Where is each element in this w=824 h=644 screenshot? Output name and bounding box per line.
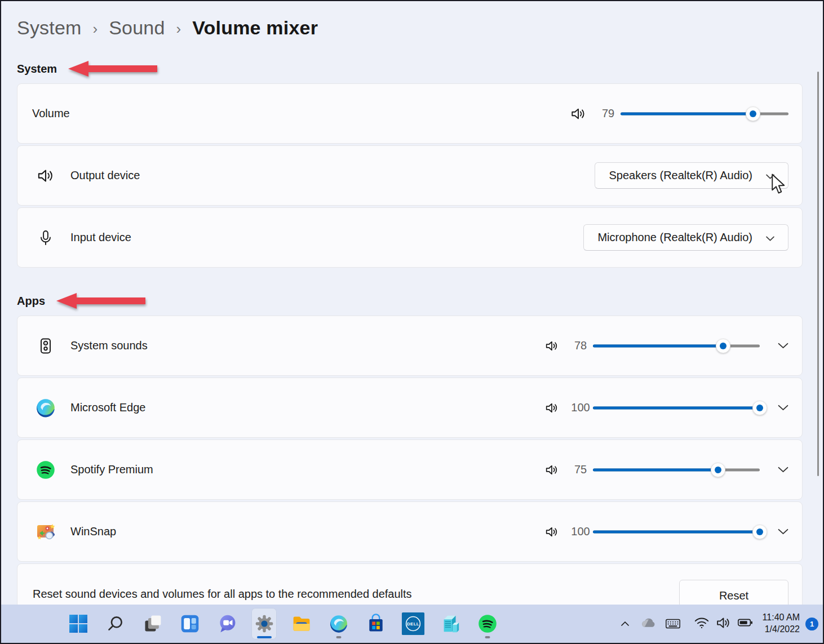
- reset-description: Reset sound devices and volumes for all …: [33, 588, 412, 601]
- output-device-card: Output device Speakers (Realtek(R) Audio…: [17, 145, 803, 206]
- touch-keyboard-icon[interactable]: [661, 611, 685, 636]
- app-name: WinSnap: [70, 525, 116, 538]
- volume-label: Volume: [32, 107, 70, 120]
- volume-card: Volume 79: [17, 83, 803, 144]
- system-sounds-icon: [36, 336, 56, 356]
- app-volume-value: 75: [568, 463, 593, 476]
- app-row-winsnap: WinSnap 100: [17, 501, 803, 562]
- microsoft-store-icon[interactable]: [363, 608, 388, 639]
- mouse-cursor: [771, 174, 786, 196]
- app-row-spotify: Spotify Premium 75: [17, 439, 803, 500]
- speaker-icon: [544, 525, 559, 539]
- speaker-icon: [570, 105, 587, 122]
- taskbar: DELL: [1, 605, 823, 643]
- server-app-icon[interactable]: [437, 608, 463, 639]
- breadcrumb-separator: ›: [93, 18, 98, 38]
- search-icon[interactable]: [103, 608, 128, 639]
- apps-section-header: Apps: [17, 291, 823, 310]
- settings-window: System › Sound › Volume mixer System Vol…: [0, 0, 824, 644]
- app-volume-slider[interactable]: [593, 523, 760, 540]
- svg-text:DELL: DELL: [407, 621, 419, 627]
- app-volume-value: 100: [568, 401, 593, 414]
- app-volume-slider[interactable]: [593, 337, 760, 354]
- breadcrumb-separator: ›: [176, 18, 181, 38]
- volume-value: 79: [596, 107, 621, 120]
- volume-icon[interactable]: [715, 615, 732, 633]
- output-device-dropdown[interactable]: Speakers (Realtek(R) Audio): [595, 162, 788, 189]
- slider-thumb[interactable]: [752, 525, 767, 539]
- battery-icon[interactable]: [737, 614, 754, 633]
- app-volume-slider[interactable]: [593, 461, 760, 478]
- taskbar-clock[interactable]: 11:40 AM 1/4/2022: [763, 612, 800, 636]
- slider-thumb[interactable]: [752, 401, 767, 415]
- app-row-system-sounds: System sounds 78: [17, 316, 803, 376]
- system-section-header: System: [17, 59, 823, 78]
- edge-icon: [36, 398, 56, 418]
- spotify-icon: [36, 460, 56, 480]
- clock-time: 11:40 AM: [763, 612, 800, 624]
- widgets-icon[interactable]: [177, 608, 202, 639]
- chevron-up-icon[interactable]: [614, 611, 636, 636]
- input-device-dropdown[interactable]: Microphone (Realtek(R) Audio): [583, 224, 788, 251]
- app-volume-slider[interactable]: [593, 399, 760, 416]
- expand-chevron-button[interactable]: [778, 467, 788, 473]
- input-device-label: Input device: [70, 231, 131, 244]
- speaker-icon: [544, 463, 559, 477]
- file-explorer-icon[interactable]: [289, 608, 314, 639]
- expand-chevron-button[interactable]: [778, 405, 788, 411]
- app-row-microsoft-edge: Microsoft Edge 100: [17, 377, 803, 438]
- system-section-title: System: [17, 63, 57, 75]
- input-device-card: Input device Microphone (Realtek(R) Audi…: [17, 207, 803, 268]
- slider-thumb[interactable]: [746, 106, 760, 121]
- app-name: Spotify Premium: [70, 463, 153, 476]
- apps-section-title: Apps: [17, 295, 45, 308]
- page-title: Volume mixer: [192, 17, 318, 39]
- breadcrumb: System › Sound › Volume mixer: [17, 17, 823, 39]
- annotation-arrow-apps: [55, 291, 150, 310]
- microphone-icon: [36, 229, 56, 247]
- app-name: System sounds: [70, 339, 148, 352]
- spotify-icon[interactable]: [475, 608, 500, 639]
- app-name: Microsoft Edge: [70, 401, 145, 414]
- breadcrumb-sound[interactable]: Sound: [109, 17, 165, 39]
- chevron-down-icon: [766, 231, 774, 244]
- vertical-scrollbar[interactable]: [817, 72, 819, 476]
- slider-thumb[interactable]: [716, 339, 730, 353]
- speaker-icon: [36, 166, 56, 185]
- expand-chevron-button[interactable]: [778, 528, 788, 535]
- chat-icon[interactable]: [214, 608, 240, 639]
- output-device-selected: Speakers (Realtek(R) Audio): [609, 169, 752, 182]
- annotation-arrow-system: [67, 59, 162, 78]
- app-volume-value: 100: [568, 525, 593, 538]
- onedrive-cloud-icon[interactable]: [636, 611, 661, 636]
- dell-icon[interactable]: DELL: [400, 608, 426, 639]
- notification-badge[interactable]: 1: [805, 618, 818, 630]
- system-volume-slider[interactable]: [621, 105, 788, 122]
- app-volume-value: 78: [568, 339, 593, 352]
- slider-thumb[interactable]: [711, 463, 725, 477]
- speaker-icon: [544, 339, 559, 353]
- settings-icon[interactable]: [251, 608, 277, 639]
- output-device-label: Output device: [70, 169, 140, 182]
- breadcrumb-system[interactable]: System: [17, 17, 82, 39]
- edge-icon[interactable]: [326, 608, 351, 639]
- task-view-icon[interactable]: [140, 608, 165, 639]
- speaker-icon: [544, 401, 559, 415]
- clock-date: 1/4/2022: [763, 624, 800, 636]
- start-button[interactable]: [65, 608, 91, 639]
- input-device-selected: Microphone (Realtek(R) Audio): [597, 231, 752, 244]
- expand-chevron-button[interactable]: [778, 343, 788, 349]
- wifi-icon[interactable]: [693, 614, 710, 633]
- winsnap-icon: [36, 522, 56, 542]
